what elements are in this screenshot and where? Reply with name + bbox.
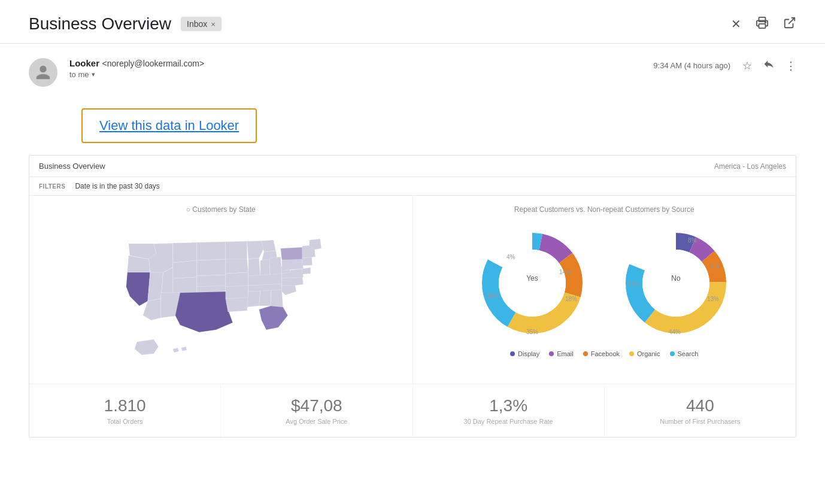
us-map-svg <box>39 224 403 368</box>
legend-item-display: Display <box>510 350 539 357</box>
dash-filters: FILTERS Date is in the past 30 days <box>29 177 796 196</box>
reply-icon[interactable] <box>763 58 775 73</box>
stat-value-3: 440 <box>614 396 786 415</box>
svg-text:13%: 13% <box>707 296 719 302</box>
legend-dot-display <box>510 351 515 356</box>
inbox-badge[interactable]: Inbox × <box>181 17 222 31</box>
dashboard-embed: Business Overview America - Los Angeles … <box>29 155 796 438</box>
legend-dot-email <box>549 351 554 356</box>
donut-yes: Yes 4% 14% 18% 35% 30% <box>472 223 592 343</box>
stat-value-1: $47,08 <box>230 396 402 415</box>
dropdown-arrow-icon[interactable]: ▾ <box>92 71 95 78</box>
dash-stats: 1.810 Total Orders $47,08 Avg Order Sale… <box>29 384 796 437</box>
meta-icons: ☆ ⋮ <box>742 58 796 73</box>
sender-email: <noreply@lookermail.com> <box>102 59 204 68</box>
stat-label-0: Total Orders <box>39 418 211 425</box>
legend-item-email: Email <box>549 350 574 357</box>
donut-no: No 8% 9% 13% 44% 25% <box>616 223 736 343</box>
email-title-area: Business Overview Inbox × <box>29 14 222 34</box>
svg-line-3 <box>788 17 794 23</box>
stat-label-2: 30 Day Repeat Purchase Rate <box>423 418 595 425</box>
donut-panel-title: Repeat Customers vs. Non-repeat Customer… <box>423 205 787 214</box>
to-me-text: to me <box>69 70 89 79</box>
legend-label-search: Search <box>678 350 699 357</box>
svg-point-21 <box>642 250 709 317</box>
stat-value-2: 1,3% <box>423 396 595 415</box>
map-container <box>39 218 403 374</box>
sender-meta: 9:34 AM (4 hours ago) ☆ ⋮ <box>653 58 796 73</box>
svg-text:44%: 44% <box>669 329 681 335</box>
svg-text:35%: 35% <box>526 329 538 335</box>
print-icon[interactable] <box>756 16 769 32</box>
legend-dot-facebook <box>583 351 588 356</box>
map-panel-title: ○ Customers by State <box>39 205 403 214</box>
stat-panel-1: $47,08 Avg Order Sale Price <box>221 384 412 437</box>
avatar <box>29 58 57 87</box>
close-icon[interactable]: ✕ <box>731 17 741 31</box>
dashboard-location: America - Los Angeles <box>714 162 786 171</box>
open-external-icon[interactable] <box>783 16 796 32</box>
email-header: Business Overview Inbox × ✕ <box>0 0 825 44</box>
svg-point-2 <box>765 22 766 23</box>
filter-label: FILTERS <box>39 183 65 190</box>
star-icon[interactable]: ☆ <box>742 59 752 72</box>
svg-text:Yes: Yes <box>526 274 538 283</box>
donut-charts-row: Yes 4% 14% 18% 35% 30% <box>472 223 736 343</box>
email-timestamp: 9:34 AM (4 hours ago) <box>653 61 730 70</box>
donut-panel: Repeat Customers vs. Non-repeat Customer… <box>413 196 796 384</box>
svg-text:4%: 4% <box>506 254 515 260</box>
legend-item-facebook: Facebook <box>583 350 620 357</box>
legend-item-search: Search <box>670 350 699 357</box>
svg-text:30%: 30% <box>487 293 499 299</box>
inbox-badge-close[interactable]: × <box>211 20 216 29</box>
legend-label-display: Display <box>518 350 539 357</box>
svg-text:14%: 14% <box>559 269 571 275</box>
sender-info: Looker <noreply@lookermail.com> to me ▾ <box>69 58 653 79</box>
donut-legend: Display Email Facebook Organic <box>510 350 698 357</box>
stat-panel-3: 440 Number of First Purchasers <box>605 384 796 437</box>
more-options-icon[interactable]: ⋮ <box>785 59 796 72</box>
donut-yes-svg: Yes 4% 14% 18% 35% 30% <box>472 223 592 343</box>
svg-text:No: No <box>672 274 681 283</box>
svg-text:9%: 9% <box>711 263 720 269</box>
sender-name-line: Looker <noreply@lookermail.com> <box>69 58 653 69</box>
avatar-icon <box>35 64 51 81</box>
to-me[interactable]: to me ▾ <box>69 70 653 79</box>
looker-link-section: View this data in Looker <box>0 96 825 155</box>
dash-header: Business Overview America - Los Angeles <box>29 156 796 177</box>
view-in-looker-link[interactable]: View this data in Looker <box>81 108 257 143</box>
legend-label-facebook: Facebook <box>591 350 620 357</box>
svg-rect-1 <box>759 23 766 28</box>
header-icons: ✕ <box>731 16 796 32</box>
legend-label-email: Email <box>557 350 574 357</box>
legend-item-organic: Organic <box>629 350 660 357</box>
map-panel: ○ Customers by State <box>29 196 412 384</box>
stat-label-1: Avg Order Sale Price <box>230 418 402 425</box>
inbox-badge-label: Inbox <box>187 19 207 29</box>
filter-value: Date is in the past 30 days <box>75 182 159 190</box>
stat-label-3: Number of First Purchasers <box>614 418 786 425</box>
sender-name: Looker <box>69 58 99 68</box>
legend-dot-organic <box>629 351 634 356</box>
legend-label-organic: Organic <box>637 350 660 357</box>
dash-grid: ○ Customers by State <box>29 196 796 384</box>
legend-dot-search <box>670 351 675 356</box>
sender-row: Looker <noreply@lookermail.com> to me ▾ … <box>0 44 825 96</box>
stat-value-0: 1.810 <box>39 396 211 415</box>
stat-panel-0: 1.810 Total Orders <box>29 384 220 437</box>
donut-container: Yes 4% 14% 18% 35% 30% <box>423 218 787 357</box>
svg-text:25%: 25% <box>628 281 640 287</box>
svg-text:18%: 18% <box>565 296 577 302</box>
donut-no-svg: No 8% 9% 13% 44% 25% <box>616 223 736 343</box>
stat-panel-2: 1,3% 30 Day Repeat Purchase Rate <box>413 384 604 437</box>
svg-text:8%: 8% <box>688 237 697 244</box>
dashboard-title: Business Overview <box>39 162 105 171</box>
email-subject-title: Business Overview <box>29 14 171 34</box>
